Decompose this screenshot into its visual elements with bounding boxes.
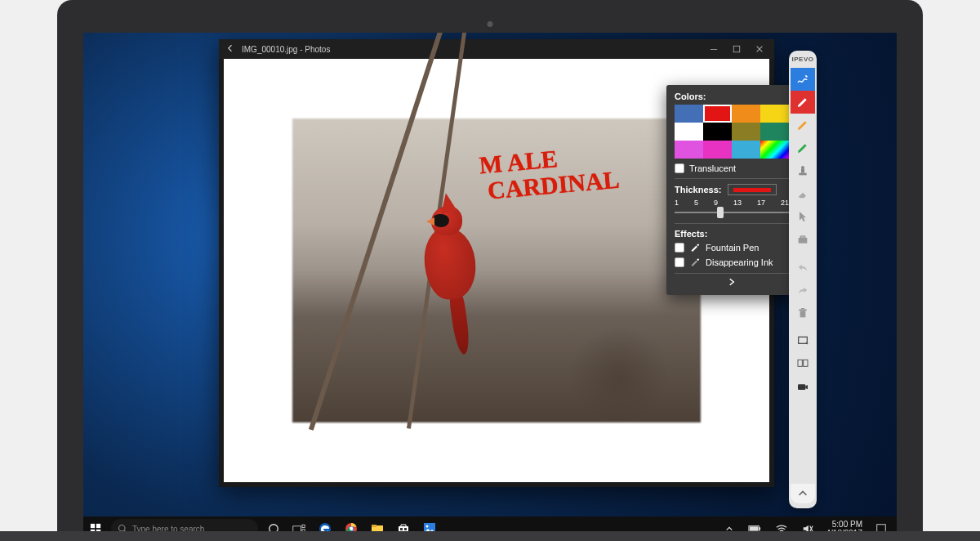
svg-rect-2: [799, 173, 806, 176]
disappearing-ink-checkbox[interactable]: [675, 257, 684, 267]
svg-rect-21: [302, 525, 305, 527]
cursor-tool-button[interactable]: [791, 205, 815, 228]
color-swatch[interactable]: [675, 141, 703, 159]
translucent-checkbox[interactable]: [675, 163, 684, 173]
svg-rect-36: [749, 526, 758, 530]
svg-rect-9: [801, 308, 804, 309]
ipevo-logo: IPEVO: [792, 56, 814, 63]
cardinal-bird: [407, 191, 505, 355]
close-button[interactable]: [748, 39, 771, 59]
svg-point-33: [426, 525, 429, 528]
svg-rect-35: [759, 527, 760, 530]
collapse-toolbar-button[interactable]: [791, 484, 815, 503]
color-swatch[interactable]: [703, 123, 732, 141]
stamp-tool-button[interactable]: [791, 159, 815, 182]
translucent-label: Translucent: [689, 163, 736, 173]
trash-button[interactable]: [791, 302, 815, 324]
redo-button[interactable]: [791, 279, 815, 302]
effects-heading: Effects:: [675, 229, 789, 239]
svg-point-18: [119, 525, 126, 532]
desktop-screen: IMG_00010.jpg - Photos: [83, 33, 897, 541]
color-swatch[interactable]: [732, 141, 760, 159]
pen-tool-button[interactable]: [791, 91, 815, 114]
svg-rect-10: [799, 337, 808, 343]
fountain-pen-checkbox[interactable]: [675, 243, 684, 253]
camera-button[interactable]: [791, 375, 815, 398]
disappearing-ink-label: Disappearing Ink: [706, 257, 773, 267]
photos-titlebar: IMG_00010.jpg - Photos: [219, 39, 774, 59]
svg-rect-7: [800, 311, 806, 317]
undo-button[interactable]: [791, 256, 815, 279]
back-button[interactable]: [222, 43, 238, 55]
color-swatch[interactable]: [760, 123, 789, 141]
color-swatch[interactable]: [760, 105, 789, 123]
svg-rect-15: [96, 524, 100, 528]
color-swatch[interactable]: [675, 123, 703, 141]
svg-rect-12: [804, 360, 808, 366]
svg-rect-13: [798, 384, 805, 390]
webcam-dot: [488, 21, 493, 27]
laptop-frame: IMG_00010.jpg - Photos: [57, 0, 923, 541]
color-swatch[interactable]: [675, 105, 703, 123]
toolbox-button[interactable]: [791, 228, 815, 251]
svg-rect-6: [800, 236, 804, 238]
svg-rect-0: [710, 49, 717, 50]
svg-rect-31: [404, 528, 407, 530]
svg-rect-11: [798, 360, 802, 366]
color-swatch[interactable]: [703, 141, 732, 159]
thickness-slider[interactable]: [675, 207, 789, 218]
svg-rect-14: [91, 524, 95, 528]
photo-image: M ALE CARDINAL: [292, 118, 701, 423]
fountain-pen-icon: [689, 242, 701, 253]
svg-point-4: [801, 166, 804, 169]
disappearing-ink-icon: [689, 257, 701, 268]
annotation-settings-panel: Colors: Translucent Thickness: 159131721…: [666, 85, 797, 295]
svg-rect-8: [799, 309, 806, 311]
laptop-base: [0, 531, 980, 541]
thickness-preview: [728, 184, 777, 195]
svg-rect-5: [799, 238, 808, 244]
multi-board-button[interactable]: [791, 352, 815, 375]
svg-rect-28: [372, 525, 376, 527]
ipevo-toolbar: IPEVO: [789, 51, 817, 508]
highlighter-tool-button[interactable]: [791, 114, 815, 136]
color-swatch[interactable]: [732, 123, 760, 141]
colors-heading: Colors:: [675, 92, 789, 101]
svg-rect-3: [801, 168, 804, 172]
whiteboard-button[interactable]: [791, 329, 815, 352]
color-swatch[interactable]: [732, 105, 760, 123]
thickness-tick-labels: 159131721: [675, 199, 789, 207]
color-swatch[interactable]: [703, 105, 732, 123]
color-swatch-grid: [675, 105, 789, 159]
thickness-slider-thumb[interactable]: [717, 207, 724, 218]
fountain-pen-label: Fountain Pen: [706, 243, 759, 253]
freehand-tool-button[interactable]: [791, 68, 815, 91]
panel-next-button[interactable]: [675, 273, 789, 292]
thickness-heading: Thickness:: [675, 185, 721, 194]
minimize-button[interactable]: [702, 39, 725, 59]
color-swatch[interactable]: [760, 141, 789, 159]
maximize-button[interactable]: [725, 39, 748, 59]
svg-rect-1: [733, 46, 740, 52]
svg-rect-30: [400, 528, 403, 530]
line-tool-button[interactable]: [791, 136, 815, 159]
eraser-tool-button[interactable]: [791, 182, 815, 205]
window-title: IMG_00010.jpg - Photos: [238, 45, 702, 54]
